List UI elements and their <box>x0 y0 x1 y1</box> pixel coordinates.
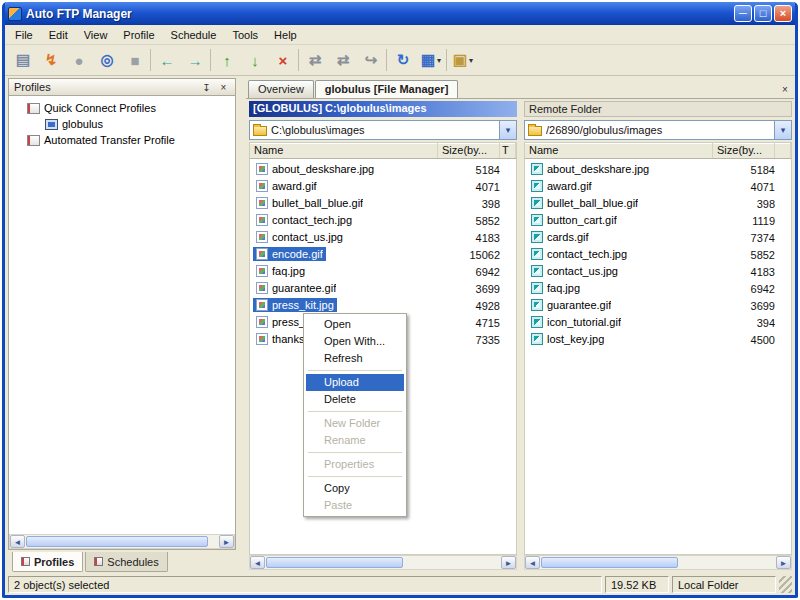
local-path-combo[interactable]: C:\globulus\images ▾ <box>249 120 517 140</box>
context-menu-item[interactable]: Open <box>306 316 404 333</box>
scrollbar-thumb[interactable] <box>26 536 208 547</box>
context-menu-item[interactable]: New Folder <box>306 415 404 432</box>
tree-item[interactable]: Quick Connect Profiles <box>9 100 235 116</box>
press_kit.jpg[interactable]: press_kit.jpg 4928 <box>250 297 516 314</box>
button_cart.gif[interactable]: button_cart.gif 1119 <box>525 212 791 229</box>
tabstrip: Overview globulus [File Manager] × <box>246 78 794 98</box>
guarantee.gif[interactable]: guarantee.gif 3699 <box>525 297 791 314</box>
pin-icon[interactable]: ↧ <box>200 82 213 93</box>
panel-tab[interactable]: Profiles <box>12 552 83 572</box>
contact_tech.jpg[interactable]: contact_tech.jpg 5852 <box>525 246 791 263</box>
profiles-hscrollbar[interactable]: ◄ ► <box>9 534 235 549</box>
document-tab[interactable]: globulus [File Manager] <box>315 80 458 98</box>
menu-item[interactable]: Tools <box>224 26 266 44</box>
award.gif[interactable]: award.gif 4071 <box>250 178 516 195</box>
remote-path-combo[interactable]: /26890/globulus/images ▾ <box>524 120 792 140</box>
context-menu-item <box>308 370 402 371</box>
context-menu-item[interactable]: Upload <box>306 374 404 391</box>
scrollbar-thumb[interactable] <box>541 557 678 568</box>
column-header[interactable] <box>775 143 791 158</box>
column-header[interactable]: Name <box>525 143 713 158</box>
minimize-button[interactable]: ─ <box>734 5 752 22</box>
views-button[interactable]: ▦ ▾ <box>418 48 444 73</box>
cancel-transfer-button[interactable]: ⇄ ▾ <box>302 48 328 73</box>
lost_key.jpg[interactable]: lost_key.jpg 4500 <box>525 331 791 348</box>
scroll-right-button[interactable]: ► <box>501 556 516 569</box>
remote-file-list: about_deskshare.jpg 5184 award.gif 4071 <box>524 159 792 555</box>
remote-hscrollbar[interactable]: ◄ ► <box>524 555 792 570</box>
stop-button[interactable]: ■ ▾ <box>122 48 148 73</box>
context-menu-item[interactable]: Rename <box>306 432 404 449</box>
window-title: Auto FTP Manager <box>26 7 730 21</box>
cards.gif[interactable]: cards.gif 7374 <box>525 229 791 246</box>
menu-item[interactable]: Schedule <box>163 26 225 44</box>
faq.jpg[interactable]: faq.jpg 6942 <box>525 280 791 297</box>
menu-item[interactable]: Help <box>266 26 305 44</box>
panel-tab[interactable]: Schedules <box>85 552 167 572</box>
context-menu-item[interactable]: Refresh <box>306 350 404 367</box>
combo-dropdown-button[interactable]: ▾ <box>774 121 791 139</box>
icon_tutorial.gif[interactable]: icon_tutorial.gif 394 <box>525 314 791 331</box>
image-file-icon <box>256 265 268 277</box>
document-tab[interactable]: Overview <box>248 80 314 98</box>
delete-button[interactable]: × ▾ <box>270 48 296 73</box>
menu-item[interactable]: Profile <box>115 26 162 44</box>
scroll-left-button[interactable]: ◄ <box>10 535 25 548</box>
connect-button[interactable]: ↯ ▾ <box>38 48 64 73</box>
close-button[interactable]: × <box>774 5 792 22</box>
image-file-icon <box>256 231 268 243</box>
column-header[interactable]: Size(by... <box>438 143 500 158</box>
back-button[interactable]: ← ▾ <box>154 48 180 73</box>
disconnect-button[interactable]: ● ▾ <box>66 48 92 73</box>
upload-button[interactable]: ↑ ▾ <box>214 48 240 73</box>
encode.gif[interactable]: encode.gif 15062 <box>250 246 516 263</box>
tree-item-icon <box>27 103 40 114</box>
menu-item[interactable]: File <box>7 26 41 44</box>
scroll-right-button[interactable]: ► <box>776 556 791 569</box>
context-menu-item[interactable]: Properties <box>306 456 404 473</box>
combo-dropdown-button[interactable]: ▾ <box>499 121 516 139</box>
context-menu-item[interactable]: Paste <box>306 497 404 514</box>
cancel-all-transfers-button[interactable]: ⇄ ▾ <box>330 48 356 73</box>
resume-transfer-button[interactable]: ↪ ▾ <box>358 48 384 73</box>
scroll-left-button[interactable]: ◄ <box>250 556 265 569</box>
menu-item[interactable]: View <box>76 26 116 44</box>
about_deskshare.jpg[interactable]: about_deskshare.jpg 5184 <box>250 161 516 178</box>
forward-button[interactable]: → ▾ <box>182 48 208 73</box>
folder-options-button[interactable]: ▣ ▾ <box>450 48 476 73</box>
guarantee.gif[interactable]: guarantee.gif 3699 <box>250 280 516 297</box>
refresh-button[interactable]: ↻ ▾ <box>390 48 416 73</box>
menu-item[interactable]: Edit <box>41 26 76 44</box>
tree-item[interactable]: globulus <box>9 116 235 132</box>
context-menu-item[interactable]: Copy <box>306 480 404 497</box>
new-profile-button[interactable]: ▤ ▾ <box>10 48 36 73</box>
tab-close-icon[interactable]: × <box>778 84 792 95</box>
file-size: 3699 <box>442 283 500 295</box>
file-name: cards.gif <box>547 231 589 243</box>
about_deskshare.jpg[interactable]: about_deskshare.jpg 5184 <box>525 161 791 178</box>
column-header[interactable]: T <box>500 143 516 158</box>
context-menu-item[interactable]: Delete <box>306 391 404 408</box>
scrollbar-thumb[interactable] <box>266 557 403 568</box>
context-menu-item[interactable]: Open With... <box>306 333 404 350</box>
download-button[interactable]: ↓ ▾ <box>242 48 268 73</box>
contact_us.jpg[interactable]: contact_us.jpg 4183 <box>250 229 516 246</box>
maximize-button[interactable]: □ <box>754 5 772 22</box>
scroll-left-button[interactable]: ◄ <box>525 556 540 569</box>
local-hscrollbar[interactable]: ◄ ► <box>249 555 517 570</box>
resize-grip[interactable] <box>779 576 792 593</box>
toolbar-button-icon: ↻ <box>397 51 410 69</box>
bullet_ball_blue.gif[interactable]: bullet_ball_blue.gif 398 <box>250 195 516 212</box>
panel-close-icon[interactable]: × <box>217 82 230 93</box>
scroll-right-button[interactable]: ► <box>219 535 234 548</box>
award.gif[interactable]: award.gif 4071 <box>525 178 791 195</box>
faq.jpg[interactable]: faq.jpg 6942 <box>250 263 516 280</box>
bullet_ball_blue.gif[interactable]: bullet_ball_blue.gif 398 <box>525 195 791 212</box>
contact_tech.jpg[interactable]: contact_tech.jpg 5852 <box>250 212 516 229</box>
column-header[interactable]: Name <box>250 143 438 158</box>
column-header[interactable]: Size(by... <box>713 143 775 158</box>
find-profile-button[interactable]: ◎ ▾ <box>94 48 120 73</box>
contact_us.jpg[interactable]: contact_us.jpg 4183 <box>525 263 791 280</box>
file-size: 5852 <box>442 215 500 227</box>
tree-item[interactable]: Automated Transfer Profile <box>9 132 235 148</box>
